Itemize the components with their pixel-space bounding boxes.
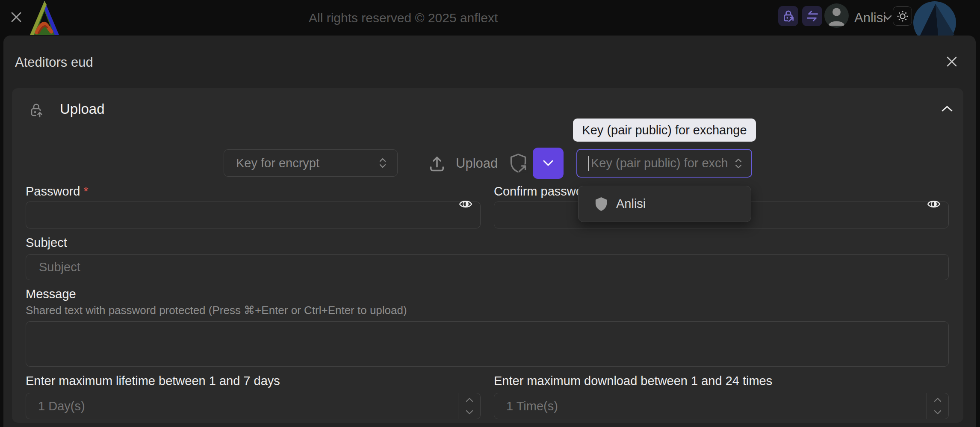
lock-share-icon [781, 9, 796, 24]
lock-share-button[interactable] [778, 6, 798, 26]
lifetime-field [26, 393, 481, 419]
message-hint: Shared text with password protected (Pre… [26, 304, 407, 317]
topbar: All rights reserved © 2025 anflext Anlis… [0, 0, 980, 36]
dropdown-option[interactable]: Anlisi [616, 197, 646, 211]
password-label: Password* [26, 184, 89, 199]
modal-title: Ateditors eud [15, 55, 93, 70]
upload-button-label: Upload [456, 156, 498, 171]
copyright-text: All rights reserved © 2025 anflext [309, 0, 498, 36]
section-title: Upload [60, 101, 105, 117]
chevron-down-icon [542, 159, 555, 168]
message-label: Message [26, 287, 76, 301]
key-exchange-tooltip: Key (pair public) for exchange [573, 119, 756, 142]
brand-a-logo [30, 1, 59, 35]
text-cursor [588, 156, 589, 171]
shield-share-icon [507, 152, 529, 175]
password-input[interactable] [26, 202, 481, 228]
stepper-up-icon[interactable] [927, 393, 948, 406]
key-encrypt-select[interactable]: Key for encrypt [224, 149, 398, 177]
stepper-down-icon[interactable] [927, 406, 948, 419]
message-textarea[interactable] [26, 321, 949, 367]
select-chevrons-icon [378, 157, 387, 169]
upload-icon [428, 154, 446, 173]
key-encrypt-placeholder: Key for encrypt [236, 156, 378, 170]
shield-icon [595, 197, 608, 211]
select-chevrons-icon [734, 157, 743, 169]
person-icon [824, 3, 849, 28]
required-asterisk: * [83, 184, 88, 198]
stepper-up-icon[interactable] [458, 393, 480, 406]
subject-input[interactable] [26, 254, 949, 280]
user-menu[interactable]: Anlisi [854, 0, 886, 36]
upload-button[interactable]: Upload [428, 148, 529, 179]
lifetime-stepper [458, 393, 480, 419]
key-exchange-dropdown: Anlisi [578, 186, 751, 222]
window-close-icon[interactable] [9, 10, 23, 24]
app-root: { "topbar": { "copyright": "All rights r… [0, 0, 980, 427]
modal-close-icon[interactable] [945, 55, 959, 68]
upload-menu-button[interactable] [533, 148, 564, 179]
transfer-button[interactable] [802, 6, 822, 26]
stepper-down-icon[interactable] [458, 406, 480, 419]
download-label: Enter maximum download between 1 and 24 … [494, 374, 772, 388]
key-exchange-select[interactable]: Key (pair public) for exch [576, 149, 752, 178]
lifetime-label: Enter maximum lifetime between 1 and 7 d… [26, 374, 280, 388]
subject-label: Subject [26, 236, 67, 250]
transfer-icon [805, 9, 820, 24]
sun-icon [896, 10, 909, 23]
collapse-chevron-up-icon[interactable] [940, 104, 954, 114]
download-input[interactable] [494, 393, 926, 419]
key-exchange-placeholder: Key (pair public) for exch [591, 156, 734, 170]
upload-modal: Ateditors eud Upload Key for encrypt [3, 36, 976, 427]
download-stepper [926, 393, 948, 419]
password-visibility-icon[interactable] [458, 197, 473, 211]
lifetime-input[interactable] [26, 393, 458, 419]
lock-upload-icon [28, 102, 45, 121]
download-field [494, 393, 949, 419]
confirm-visibility-icon[interactable] [927, 197, 941, 211]
upload-panel: Upload Key for encrypt Upload Key (pair … [12, 88, 963, 423]
chevron-down-icon[interactable] [883, 14, 893, 23]
avatar[interactable] [824, 3, 849, 28]
theme-toggle-button[interactable] [893, 6, 912, 26]
